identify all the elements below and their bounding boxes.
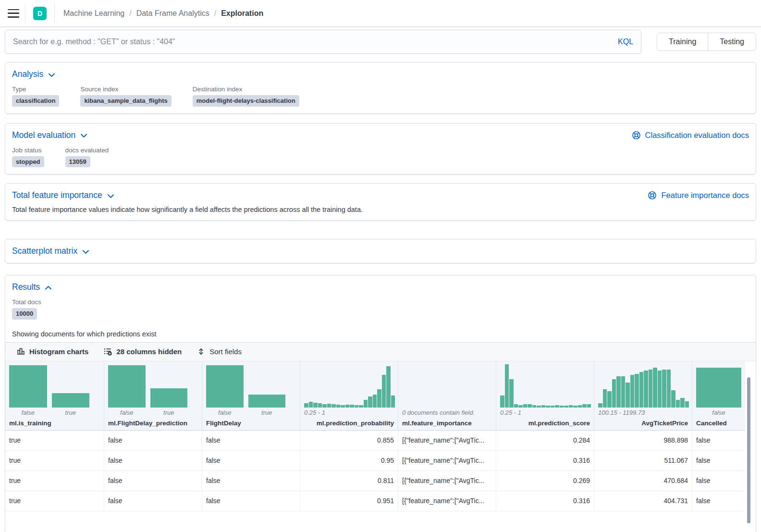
menu-icon[interactable] <box>8 9 19 18</box>
analysis-section-toggle[interactable]: Analysis <box>12 69 55 79</box>
search-input[interactable] <box>12 37 617 47</box>
grid-cell[interactable]: true <box>5 491 104 511</box>
grid-header-row: falsetrueml.is_trainingfalsetrueml.Fligh… <box>5 361 745 431</box>
grid-cell[interactable]: false <box>692 451 745 470</box>
grid-cell[interactable]: false <box>692 491 745 511</box>
space-avatar[interactable]: D <box>33 7 47 20</box>
total-feature-importance-section-toggle[interactable]: Total feature importance <box>12 190 114 200</box>
results-section-toggle[interactable]: Results <box>12 282 52 292</box>
grid-cell[interactable]: true <box>5 451 104 470</box>
grid-cell[interactable]: 470.684 <box>594 471 692 491</box>
model-evaluation-section-toggle[interactable]: Model evaluation <box>12 130 87 140</box>
histogram-bar <box>377 389 381 408</box>
grid-cell[interactable]: 404.731 <box>594 491 692 511</box>
grid-column-header[interactable]: falsetrueml.is_training <box>5 361 104 430</box>
feature-importance-docs-link[interactable]: Feature importance docs <box>648 191 749 200</box>
histogram-label: 100.15 - 1199.73 <box>594 408 692 418</box>
docs-evaluated-field: docs evaluated 13059 <box>65 147 109 168</box>
chevron-down-icon <box>82 249 89 254</box>
grid-column-header[interactable]: falseCancelled <box>692 361 745 430</box>
results-subtitle: Showing documents for which predictions … <box>12 330 749 338</box>
histogram-bar <box>386 366 391 408</box>
grid-cell[interactable]: 0.855 <box>300 431 398 450</box>
grid-cell[interactable]: 0.316 <box>496 491 594 511</box>
field-label: Source index <box>80 86 171 93</box>
grid-cell[interactable]: 0.269 <box>496 471 594 491</box>
grid-cell[interactable]: false <box>104 451 202 470</box>
breadcrumb-data-frame-analytics[interactable]: Data Frame Analytics <box>136 9 209 18</box>
histogram-bar <box>671 390 675 408</box>
grid-cell[interactable]: [{"feature_name":["AvgTic... <box>398 431 496 450</box>
grid-cell[interactable]: false <box>202 431 300 450</box>
histogram-bar <box>331 404 336 408</box>
type-badge: classification <box>12 95 59 107</box>
chevron-down-icon <box>80 133 87 138</box>
grid-cell[interactable]: [{"feature_name":["AvgTic... <box>398 471 496 491</box>
grid-cell[interactable]: false <box>692 431 745 450</box>
model-evaluation-panel: Model evaluation Classification evaluati… <box>5 123 756 175</box>
grid-cell[interactable]: 988.898 <box>594 431 692 450</box>
histogram-bar <box>206 365 244 407</box>
columns-hidden-button[interactable]: 28 columns hidden <box>104 347 182 356</box>
histogram-bar <box>685 401 689 408</box>
vertical-scrollbar[interactable] <box>747 377 750 523</box>
grid-column-header[interactable]: 0.25 - 1ml.prediction_probability <box>300 361 398 430</box>
grid-cell[interactable]: true <box>5 471 104 491</box>
grid-column-header[interactable]: 0.25 - 1ml.prediction_score <box>496 361 594 430</box>
histogram-bar <box>653 368 657 408</box>
histogram-label: falsetrue <box>5 408 104 418</box>
kql-language-button[interactable]: KQL <box>617 36 634 48</box>
grid-cell[interactable]: 0.811 <box>300 471 398 491</box>
histogram-bar <box>373 395 377 408</box>
histogram-bar <box>639 372 644 408</box>
grid-body: truefalsefalse0.855[{"feature_name":["Av… <box>5 431 745 511</box>
chevron-up-icon <box>45 285 52 290</box>
grid-cell[interactable]: 511.067 <box>594 451 692 470</box>
column-histogram <box>5 364 104 408</box>
search-bar[interactable]: KQL <box>5 30 641 54</box>
histogram-bar <box>603 389 607 408</box>
grid-cell[interactable]: true <box>5 431 104 450</box>
histogram-bar <box>309 402 313 408</box>
grid-cell[interactable]: false <box>104 491 202 511</box>
source-index-badge: kibana_sample_data_flights <box>80 95 171 107</box>
histogram-bar <box>680 398 685 408</box>
histogram-label: falsetrue <box>104 408 202 418</box>
grid-cell[interactable]: false <box>202 491 300 511</box>
column-histogram <box>398 364 496 408</box>
grid-cell[interactable]: [{"feature_name":["AvgTic... <box>398 491 496 511</box>
grid-cell[interactable]: false <box>692 471 745 491</box>
section-title: Model evaluation <box>12 130 75 140</box>
histogram-bar <box>514 404 518 408</box>
grid-cell[interactable]: false <box>202 451 300 470</box>
grid-cell[interactable]: 0.95 <box>300 451 398 470</box>
grid-cell[interactable]: 0.284 <box>496 431 594 450</box>
classification-evaluation-docs-link[interactable]: Classification evaluation docs <box>632 131 749 140</box>
sort-fields-button[interactable]: Sort fields <box>197 347 242 356</box>
grid-column-header[interactable]: falsetrueFlightDelay <box>202 361 300 430</box>
grid-cell[interactable]: 0.951 <box>300 491 398 511</box>
grid-cell[interactable]: 0.316 <box>496 451 594 470</box>
histogram-bar <box>582 404 587 408</box>
histogram-charts-button[interactable]: Histogram charts <box>17 347 88 356</box>
histogram-bar <box>630 375 635 408</box>
grid-column-header[interactable]: 100.15 - 1199.73AvgTicketPrice <box>594 361 692 430</box>
grid-cell[interactable]: false <box>104 471 202 491</box>
grid-column-header[interactable]: falsetrueml.FlightDelay_prediction <box>104 361 202 430</box>
breadcrumb-machine-learning[interactable]: Machine Learning <box>63 9 124 18</box>
field-label: Type <box>12 86 59 93</box>
histogram-bar <box>509 379 514 408</box>
histogram-bar <box>52 393 90 408</box>
grid-cell[interactable]: false <box>202 471 300 491</box>
grid-cell[interactable]: [{"feature_name":["AvgTic... <box>398 451 496 470</box>
job-status-field: Job status stopped <box>12 147 44 168</box>
histogram-bar <box>662 370 666 408</box>
training-button[interactable]: Training <box>657 33 708 50</box>
histogram-bar <box>391 396 395 408</box>
grid-column-header[interactable]: 0 documents contain field.ml.feature_imp… <box>398 361 496 430</box>
testing-button[interactable]: Testing <box>708 33 756 50</box>
grid-cell[interactable]: false <box>104 431 202 450</box>
histogram-bar <box>304 403 308 408</box>
scatterplot-matrix-section-toggle[interactable]: Scatterplot matrix <box>12 246 89 256</box>
field-label: docs evaluated <box>65 147 109 154</box>
